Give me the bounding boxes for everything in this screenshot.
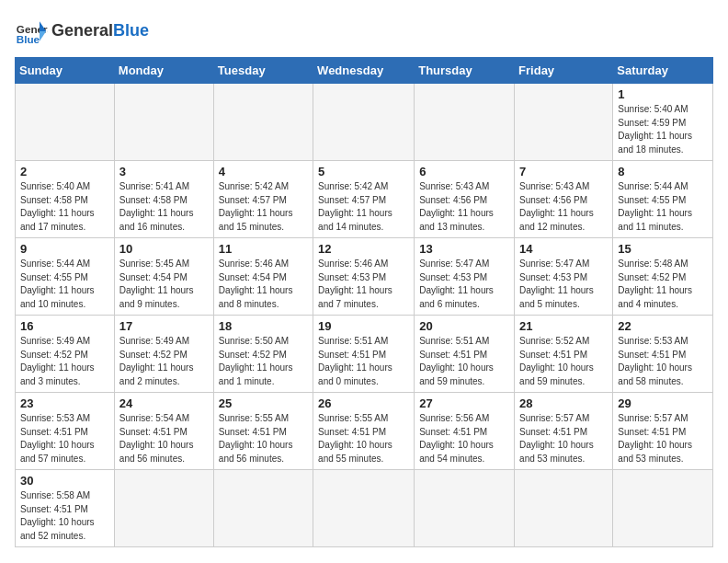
day-number: 27 [419, 396, 509, 410]
calendar-day-cell: 24Sunrise: 5:54 AM Sunset: 4:51 PM Dayli… [114, 393, 213, 470]
calendar-day-cell [415, 84, 515, 161]
calendar-day-cell: 19Sunrise: 5:51 AM Sunset: 4:51 PM Dayli… [313, 316, 415, 393]
sun-info: Sunrise: 5:54 AM Sunset: 4:51 PM Dayligh… [119, 412, 209, 465]
calendar-day-cell [313, 470, 415, 547]
sun-info: Sunrise: 5:48 AM Sunset: 4:52 PM Dayligh… [618, 258, 708, 311]
sun-info: Sunrise: 5:51 AM Sunset: 4:51 PM Dayligh… [419, 335, 509, 388]
logo-text: GeneralBlue [51, 22, 149, 40]
day-number: 20 [419, 319, 509, 333]
sun-info: Sunrise: 5:43 AM Sunset: 4:56 PM Dayligh… [519, 180, 608, 234]
weekday-header-wednesday: Wednesday [313, 58, 415, 84]
day-number: 25 [219, 396, 308, 410]
calendar-day-cell: 30Sunrise: 5:58 AM Sunset: 4:51 PM Dayli… [16, 470, 115, 547]
day-number: 21 [519, 319, 608, 333]
calendar-week-row: 30Sunrise: 5:58 AM Sunset: 4:51 PM Dayli… [16, 470, 713, 547]
day-number: 23 [20, 396, 109, 410]
calendar-day-cell: 20Sunrise: 5:51 AM Sunset: 4:51 PM Dayli… [415, 316, 515, 393]
sun-info: Sunrise: 5:41 AM Sunset: 4:58 PM Dayligh… [119, 180, 209, 234]
calendar-day-cell: 18Sunrise: 5:50 AM Sunset: 4:52 PM Dayli… [213, 316, 313, 393]
sun-info: Sunrise: 5:43 AM Sunset: 4:56 PM Dayligh… [419, 180, 509, 234]
day-number: 7 [519, 165, 608, 178]
page-header: General Blue GeneralBlue [15, 15, 713, 48]
sun-info: Sunrise: 5:46 AM Sunset: 4:53 PM Dayligh… [318, 258, 409, 311]
calendar-day-cell [613, 470, 713, 547]
day-number: 22 [618, 319, 708, 333]
sun-info: Sunrise: 5:47 AM Sunset: 4:53 PM Dayligh… [419, 258, 509, 311]
weekday-header-saturday: Saturday [613, 58, 713, 84]
calendar-day-cell: 8Sunrise: 5:44 AM Sunset: 4:55 PM Daylig… [613, 161, 713, 238]
calendar-day-cell: 15Sunrise: 5:48 AM Sunset: 4:52 PM Dayli… [613, 238, 713, 316]
sun-info: Sunrise: 5:56 AM Sunset: 4:51 PM Dayligh… [419, 412, 509, 465]
sun-info: Sunrise: 5:47 AM Sunset: 4:53 PM Dayligh… [519, 258, 608, 311]
calendar-day-cell: 13Sunrise: 5:47 AM Sunset: 4:53 PM Dayli… [415, 238, 515, 316]
calendar-day-cell: 6Sunrise: 5:43 AM Sunset: 4:56 PM Daylig… [415, 161, 515, 238]
day-number: 30 [20, 474, 109, 488]
day-number: 18 [219, 319, 308, 333]
sun-info: Sunrise: 5:45 AM Sunset: 4:54 PM Dayligh… [119, 258, 209, 311]
day-number: 3 [119, 165, 209, 178]
calendar-day-cell: 22Sunrise: 5:53 AM Sunset: 4:51 PM Dayli… [613, 316, 713, 393]
day-number: 13 [419, 242, 509, 256]
sun-info: Sunrise: 5:57 AM Sunset: 4:51 PM Dayligh… [519, 412, 608, 465]
day-number: 19 [318, 319, 409, 333]
calendar-week-row: 1Sunrise: 5:40 AM Sunset: 4:59 PM Daylig… [16, 84, 713, 161]
calendar-day-cell: 2Sunrise: 5:40 AM Sunset: 4:58 PM Daylig… [16, 161, 115, 238]
calendar-day-cell [213, 84, 313, 161]
day-number: 2 [20, 165, 109, 178]
calendar-day-cell: 23Sunrise: 5:53 AM Sunset: 4:51 PM Dayli… [16, 393, 115, 470]
sun-info: Sunrise: 5:40 AM Sunset: 4:59 PM Dayligh… [618, 103, 708, 156]
weekday-header-row: SundayMondayTuesdayWednesdayThursdayFrid… [16, 58, 713, 84]
calendar-day-cell: 21Sunrise: 5:52 AM Sunset: 4:51 PM Dayli… [515, 316, 613, 393]
calendar-day-cell: 3Sunrise: 5:41 AM Sunset: 4:58 PM Daylig… [114, 161, 213, 238]
sun-info: Sunrise: 5:44 AM Sunset: 4:55 PM Dayligh… [20, 258, 109, 311]
sun-info: Sunrise: 5:49 AM Sunset: 4:52 PM Dayligh… [20, 335, 109, 388]
calendar-day-cell [213, 470, 313, 547]
sun-info: Sunrise: 5:51 AM Sunset: 4:51 PM Dayligh… [318, 335, 409, 388]
svg-marker-3 [40, 31, 46, 41]
calendar-week-row: 16Sunrise: 5:49 AM Sunset: 4:52 PM Dayli… [16, 316, 713, 393]
calendar-day-cell: 1Sunrise: 5:40 AM Sunset: 4:59 PM Daylig… [613, 84, 713, 161]
sun-info: Sunrise: 5:58 AM Sunset: 4:51 PM Dayligh… [20, 489, 109, 543]
calendar-day-cell: 28Sunrise: 5:57 AM Sunset: 4:51 PM Dayli… [515, 393, 613, 470]
sun-info: Sunrise: 5:46 AM Sunset: 4:54 PM Dayligh… [219, 258, 308, 311]
day-number: 9 [20, 242, 109, 256]
day-number: 15 [618, 242, 708, 256]
calendar-day-cell [515, 84, 613, 161]
calendar-day-cell [415, 470, 515, 547]
calendar-table: SundayMondayTuesdayWednesdayThursdayFrid… [15, 57, 713, 547]
calendar-day-cell: 14Sunrise: 5:47 AM Sunset: 4:53 PM Dayli… [515, 238, 613, 316]
calendar-week-row: 2Sunrise: 5:40 AM Sunset: 4:58 PM Daylig… [16, 161, 713, 238]
sun-info: Sunrise: 5:42 AM Sunset: 4:57 PM Dayligh… [219, 180, 308, 234]
weekday-header-thursday: Thursday [415, 58, 515, 84]
calendar-day-cell: 12Sunrise: 5:46 AM Sunset: 4:53 PM Dayli… [313, 238, 415, 316]
sun-info: Sunrise: 5:52 AM Sunset: 4:51 PM Dayligh… [519, 335, 608, 388]
sun-info: Sunrise: 5:42 AM Sunset: 4:57 PM Dayligh… [318, 180, 409, 234]
sun-info: Sunrise: 5:49 AM Sunset: 4:52 PM Dayligh… [119, 335, 209, 388]
day-number: 6 [419, 165, 509, 178]
calendar-day-cell: 7Sunrise: 5:43 AM Sunset: 4:56 PM Daylig… [515, 161, 613, 238]
day-number: 1 [618, 87, 708, 101]
day-number: 26 [318, 396, 409, 410]
sun-info: Sunrise: 5:57 AM Sunset: 4:51 PM Dayligh… [618, 412, 708, 465]
calendar-day-cell: 4Sunrise: 5:42 AM Sunset: 4:57 PM Daylig… [213, 161, 313, 238]
calendar-day-cell: 11Sunrise: 5:46 AM Sunset: 4:54 PM Dayli… [213, 238, 313, 316]
weekday-header-sunday: Sunday [16, 58, 115, 84]
calendar-day-cell: 5Sunrise: 5:42 AM Sunset: 4:57 PM Daylig… [313, 161, 415, 238]
weekday-header-friday: Friday [515, 58, 613, 84]
sun-info: Sunrise: 5:53 AM Sunset: 4:51 PM Dayligh… [20, 412, 109, 465]
day-number: 10 [119, 242, 209, 256]
calendar-day-cell: 17Sunrise: 5:49 AM Sunset: 4:52 PM Dayli… [114, 316, 213, 393]
day-number: 14 [519, 242, 608, 256]
day-number: 12 [318, 242, 409, 256]
calendar-day-cell [515, 470, 613, 547]
calendar-day-cell [313, 84, 415, 161]
calendar-day-cell [16, 84, 115, 161]
day-number: 11 [219, 242, 308, 256]
day-number: 28 [519, 396, 608, 410]
calendar-week-row: 23Sunrise: 5:53 AM Sunset: 4:51 PM Dayli… [16, 393, 713, 470]
day-number: 8 [618, 165, 708, 178]
calendar-day-cell: 9Sunrise: 5:44 AM Sunset: 4:55 PM Daylig… [16, 238, 115, 316]
day-number: 4 [219, 165, 308, 178]
day-number: 29 [618, 396, 708, 410]
svg-text:Blue: Blue [17, 33, 40, 45]
